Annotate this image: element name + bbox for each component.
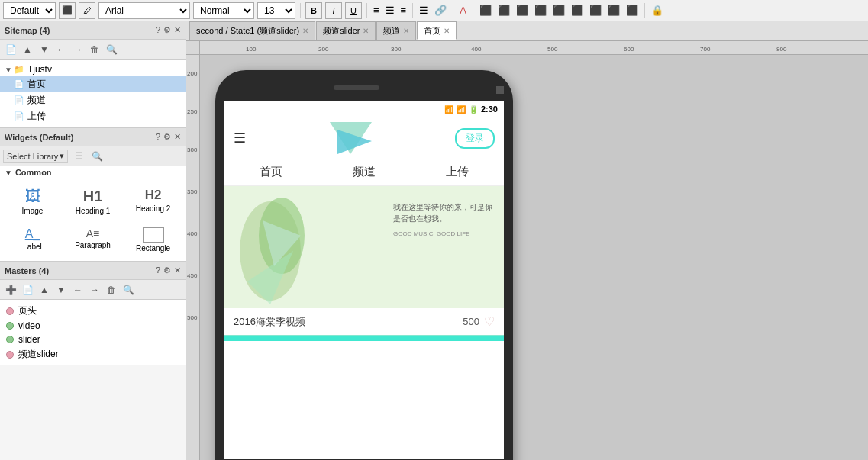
tree-item-upload[interactable]: 📄 上传 xyxy=(0,108,186,124)
sitemap-settings-icon[interactable]: ⚙ xyxy=(163,25,171,35)
underline-btn[interactable]: U xyxy=(345,2,362,19)
master-item-video[interactable]: video xyxy=(0,319,186,333)
tab-channel-close[interactable]: ✕ xyxy=(403,27,409,35)
font-select[interactable]: Arial xyxy=(98,2,190,19)
sitemap-close-icon[interactable]: ✕ xyxy=(174,25,181,35)
sitemap-move-up-btn[interactable]: ▲ xyxy=(20,42,35,57)
nav-channel[interactable]: 频道 xyxy=(353,165,376,179)
toolbar-extra-1[interactable]: ⬛ xyxy=(478,3,493,18)
lock-icon[interactable]: 🔒 xyxy=(650,3,665,18)
toolbar-extra-4[interactable]: ⬛ xyxy=(533,3,548,18)
video-title[interactable]: 2016海棠季视频 xyxy=(234,315,305,329)
toolbar-extra-9[interactable]: ⬛ xyxy=(624,3,640,18)
masters-settings-icon[interactable]: ⚙ xyxy=(163,265,171,275)
hamburger-icon[interactable]: ☰ xyxy=(234,130,246,146)
widgets-settings-icon[interactable]: ⚙ xyxy=(163,132,171,142)
toolbar-extra-8[interactable]: ⬛ xyxy=(606,3,621,18)
style-select[interactable]: Normal xyxy=(193,2,254,19)
masters-down-btn[interactable]: ▼ xyxy=(53,282,69,298)
para-widget-icon: A≡ xyxy=(86,227,100,240)
tab-second-state1[interactable]: second / State1 (频道slider) ✕ xyxy=(189,21,315,40)
toolbar-btn-2[interactable]: 🖊 xyxy=(79,2,95,19)
tab-homepage-close[interactable]: ✕ xyxy=(444,27,450,35)
video-item: 2016海棠季视频 500 ♡ xyxy=(224,308,504,336)
color-icon[interactable]: A xyxy=(458,3,468,18)
login-button[interactable]: 登录 xyxy=(455,128,495,149)
heart-icon[interactable]: ♡ xyxy=(484,314,495,329)
select-library-btn[interactable]: Select Library ▾ xyxy=(3,150,68,163)
tab-second-state1-close[interactable]: ✕ xyxy=(302,27,308,35)
widget-heading1[interactable]: H1 Heading 1 xyxy=(63,182,122,220)
masters-add2-btn[interactable]: 📄 xyxy=(20,282,35,298)
toolbar-extra-6[interactable]: ⬛ xyxy=(570,3,585,18)
common-section-header[interactable]: ▼ Common xyxy=(0,166,186,179)
list-icon[interactable]: ☰ xyxy=(418,3,430,18)
size-select[interactable]: 13 xyxy=(257,2,295,19)
tree-item-tjustv[interactable]: ▼ 📁 Tjustv xyxy=(0,63,186,76)
masters-indent-btn[interactable]: ← xyxy=(70,282,86,298)
widgets-grid: 🖼 Image H1 Heading 1 H2 Heading 2 A_ Lab… xyxy=(0,179,186,261)
ruler-tick-200: 200 xyxy=(318,46,328,53)
masters-search-btn[interactable]: 🔍 xyxy=(121,282,136,298)
tab-channel[interactable]: 频道 ✕ xyxy=(376,21,416,40)
toolbar-btn-1[interactable]: ⬛ xyxy=(59,2,76,19)
widget-rectangle[interactable]: Rectangle xyxy=(124,222,182,258)
tab-channelslider-close[interactable]: ✕ xyxy=(363,27,369,35)
masters-add-btn[interactable]: ➕ xyxy=(3,282,18,298)
masters-up-btn[interactable]: ▲ xyxy=(37,282,52,298)
tabs-bar: second / State1 (频道slider) ✕ 频道slider ✕ … xyxy=(186,21,868,41)
link-icon[interactable]: 🔗 xyxy=(433,3,448,18)
masters-delete-btn[interactable]: 🗑 xyxy=(104,282,119,298)
align-left-icon[interactable]: ≡ xyxy=(372,3,381,18)
master-item-channelslider[interactable]: 频道slider xyxy=(0,346,186,362)
sitemap-delete-btn[interactable]: 🗑 xyxy=(87,42,102,57)
sitemap-add-btn[interactable]: 📄 xyxy=(3,42,18,57)
widgets-menu-btn[interactable]: ☰ xyxy=(71,149,86,164)
ruler-tick-v-300: 300 xyxy=(187,146,197,153)
align-center-icon[interactable]: ☰ xyxy=(384,3,396,18)
master-item-slider[interactable]: slider xyxy=(0,333,186,346)
sitemap-outdent-btn[interactable]: → xyxy=(70,42,86,57)
sitemap-header: Sitemap (4) ? ⚙ ✕ xyxy=(0,21,186,40)
tab-channelslider[interactable]: 频道slider ✕ xyxy=(316,21,376,40)
app-header: ☰ 登录 xyxy=(224,117,504,159)
toolbar-extra-2[interactable]: ⬛ xyxy=(496,3,511,18)
common-label: Common xyxy=(15,168,52,177)
app-nav: 首页 频道 上传 xyxy=(224,159,504,186)
italic-btn[interactable]: I xyxy=(325,2,342,19)
tab-homepage[interactable]: 首页 ✕ xyxy=(417,21,457,40)
phone-outer: 📶 📶 🔋 2:30 ☰ xyxy=(215,70,513,460)
page-select[interactable]: Default xyxy=(3,2,56,19)
widgets-search-btn[interactable]: 🔍 xyxy=(89,149,105,164)
bold-btn[interactable]: B xyxy=(305,2,322,19)
sitemap-indent-btn[interactable]: ← xyxy=(53,42,69,57)
widget-paragraph[interactable]: A≡ Paragraph xyxy=(63,222,122,258)
nav-homepage[interactable]: 首页 xyxy=(260,165,282,179)
masters-close-icon[interactable]: ✕ xyxy=(174,265,181,275)
masters-outdent-btn[interactable]: → xyxy=(87,282,102,298)
widget-heading2[interactable]: H2 Heading 2 xyxy=(124,182,182,220)
canvas-scroll[interactable]: 📶 📶 🔋 2:30 ☰ xyxy=(200,55,868,460)
sitemap-search-btn[interactable]: 🔍 xyxy=(104,42,119,57)
masters-help-icon[interactable]: ? xyxy=(156,265,160,275)
widget-paragraph-label: Paragraph xyxy=(75,241,111,249)
toolbar-extra-7[interactable]: ⬛ xyxy=(588,3,603,18)
ruler-tick-v-250: 250 xyxy=(187,108,197,115)
ruler-tick-700: 700 xyxy=(700,46,710,53)
widgets-close-icon[interactable]: ✕ xyxy=(174,132,181,142)
tree-label-channel: 频道 xyxy=(27,94,46,107)
tree-item-homepage[interactable]: 📄 首页 xyxy=(0,76,186,92)
widgets-panel: Widgets (Default) ? ⚙ ✕ Select Library ▾… xyxy=(0,127,186,261)
tree-item-channel[interactable]: 📄 频道 xyxy=(0,92,186,108)
toolbar-extra-5[interactable]: ⬛ xyxy=(551,3,566,18)
widgets-help-icon[interactable]: ? xyxy=(156,132,160,142)
toolbar-extra-3[interactable]: ⬛ xyxy=(515,3,530,18)
align-right-icon[interactable]: ≡ xyxy=(399,3,408,18)
master-item-pagehead[interactable]: 页头 xyxy=(0,303,186,319)
widget-image[interactable]: 🖼 Image xyxy=(3,182,62,220)
wifi-icon: 📶 xyxy=(444,105,453,114)
nav-upload[interactable]: 上传 xyxy=(446,165,469,179)
sitemap-help-icon[interactable]: ? xyxy=(156,25,160,35)
widget-label[interactable]: A_ Label xyxy=(3,222,62,258)
sitemap-move-down-btn[interactable]: ▼ xyxy=(37,42,52,57)
